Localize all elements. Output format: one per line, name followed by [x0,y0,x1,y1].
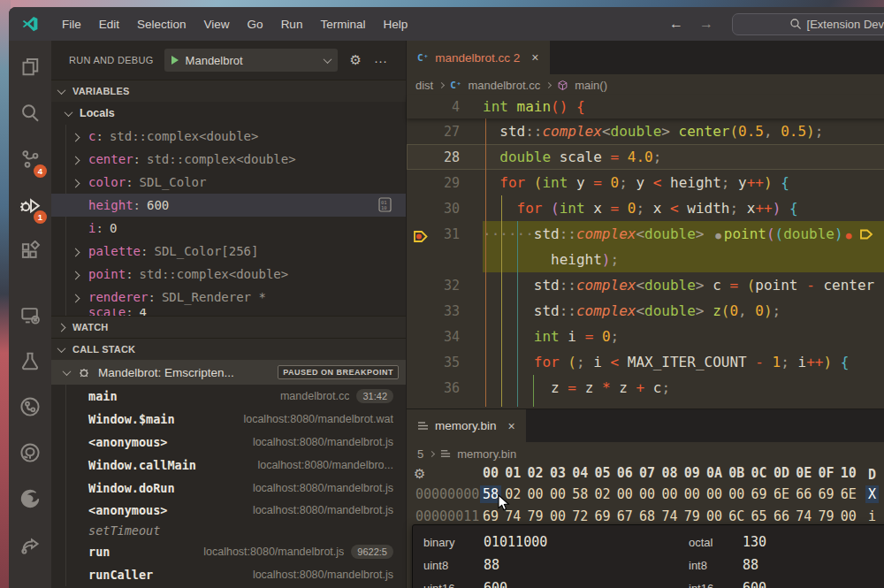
history-back-icon[interactable]: ← [661,16,691,32]
activity-item-git-graph[interactable] [9,386,51,431]
more-actions-icon[interactable]: ··· [374,53,387,68]
hex-byte[interactable]: 65 [751,508,767,524]
hex-byte[interactable]: 6E [841,486,857,502]
code-line[interactable]: 27 std::complex<double> center(0.5, 0.5)… [407,118,884,144]
variable-row[interactable]: point:std::complex<double> [51,263,406,286]
code-line-text[interactable]: int main() { [483,95,585,118]
call-stack-section-header[interactable]: CALL STACK [51,338,406,360]
editor-gutter[interactable] [407,247,483,272]
hex-byte[interactable]: 68 [639,508,655,524]
hex-byte[interactable]: 79 [684,508,700,524]
variable-row[interactable]: color:SDL_Color [51,171,406,194]
hex-byte[interactable]: 69 [751,486,767,502]
menu-go[interactable]: Go [239,14,272,34]
code-line[interactable]: 33 std::complex<double> z(0, 0); [407,298,884,324]
stack-frame-row[interactable]: Window.doRunlocalhost:8080/mandelbrot.js [51,477,406,500]
menu-run[interactable]: Run [272,14,312,34]
code-line-text[interactable]: z = z * z + c; [483,375,884,401]
variable-row[interactable]: scale:4 [51,309,406,316]
code-editor[interactable]: 27 std::complex<double> center(0.5, 0.5)… [407,118,884,409]
code-line-text[interactable]: height); [483,247,884,272]
hex-byte[interactable]: 74 [661,508,677,524]
menu-file[interactable]: File [53,14,90,34]
memory-crumb-index[interactable]: 5 [417,447,423,461]
editor-gutter[interactable]: 30 [407,195,483,221]
hex-byte[interactable]: 67 [617,508,633,524]
hex-byte[interactable]: 00 [684,486,700,502]
stack-frame-row[interactable]: <anonymous>localhost:8080/mandelbrot.js [51,500,406,521]
breadcrumb-item[interactable]: main() [575,79,607,92]
history-forward-icon[interactable]: → [691,16,721,32]
watch-section-header[interactable]: WATCH [51,316,406,338]
editor-gutter[interactable]: 36 [407,375,483,401]
code-line[interactable]: 36 z = z * z + c; [407,375,884,401]
hex-byte[interactable]: 00 [550,486,566,502]
close-icon[interactable]: × [508,419,515,433]
code-line[interactable]: 28 double scale = 4.0; [407,144,884,170]
breadcrumb-item[interactable]: mandelbrot.cc [468,79,540,92]
variable-row[interactable]: c:std::complex<double> [51,125,406,148]
activity-item-remote-explorer[interactable] [9,294,51,340]
editor-gutter[interactable]: 4 [407,95,483,118]
activity-item-run-debug[interactable]: 1 [9,184,51,230]
hex-byte[interactable]: 00 [617,486,633,502]
stack-frame-row[interactable]: Window.$mainlocalhost:8080/mandelbrot.wa… [51,408,406,431]
menu-help[interactable]: Help [374,14,416,34]
breadcrumb-item[interactable]: dist [415,79,433,92]
scope-locals[interactable]: Locals [51,102,406,125]
stack-frame-row[interactable]: <anonymous>localhost:8080/mandelbrot.js [51,431,406,454]
decoded-text[interactable]: X [865,485,879,503]
editor-gutter[interactable]: 32 [407,272,483,298]
binary-view-icon[interactable]: 0110 [378,197,392,215]
code-line[interactable]: 31······std::complex<double> ●point((dou… [407,221,884,247]
editor-gutter[interactable]: 35 [407,349,483,375]
code-line-text[interactable]: ······std::complex<double> ●point((doubl… [483,221,884,247]
activity-item-source-control[interactable]: 4 [9,138,51,184]
variable-row[interactable]: center:std::complex<double> [51,148,406,171]
code-line[interactable]: 35 for (; i < MAX_ITER_COUNT - 1; i++) { [407,349,884,375]
hex-byte[interactable]: 00 [550,508,566,524]
hex-settings-gear-icon[interactable]: ⚙ [414,466,425,482]
editor-gutter[interactable]: 31 [407,221,483,247]
menu-edit[interactable]: Edit [90,14,128,34]
editor-gutter[interactable]: 28 [407,144,483,170]
code-line[interactable]: height); [407,247,884,272]
editor-gutter[interactable]: 27 [407,118,483,144]
stack-frame-row[interactable]: Window.callMainlocalhost:8080/mandelbro.… [51,454,406,477]
debug-session-row[interactable]: Mandelbrot: Emscripten... PAUSED ON BREA… [51,360,406,385]
hex-byte[interactable]: 69 [595,508,611,524]
code-line-text[interactable]: std::complex<double> c = (point - center [483,272,884,298]
hex-byte[interactable]: 79 [819,508,834,524]
hex-byte[interactable]: 00 [639,486,655,502]
code-line-text[interactable]: for (; i < MAX_ITER_COUNT - 1; i++) { [483,349,884,375]
code-line-text[interactable]: for (int y = 0; y < height; y++) { [483,170,884,195]
hex-byte[interactable]: 00 [728,486,744,502]
hex-byte[interactable]: 79 [528,508,544,524]
code-line[interactable]: 29 for (int y = 0; y < height; y++) { [407,170,884,195]
code-line[interactable]: 4int main() { [407,95,585,118]
activity-item-search[interactable] [9,92,51,138]
decoded-text[interactable]: i [868,508,876,524]
activity-item-github[interactable] [9,431,51,477]
variable-row[interactable]: height:6000110 [51,194,406,217]
code-line-text[interactable]: std::complex<double> z(0, 0); [483,298,884,324]
activity-item-test-beaker[interactable] [9,340,51,386]
gear-icon[interactable]: ⚙ [350,52,362,68]
start-debug-icon[interactable] [171,56,179,65]
variable-row[interactable]: palette:SDL_Color[256] [51,240,406,263]
hex-byte[interactable]: 00 [661,486,677,502]
launch-config-dropdown[interactable]: Mandelbrot [164,49,338,72]
memory-crumb-file[interactable]: memory.bin [457,447,516,461]
command-center-search[interactable]: [Extension Developm [732,13,884,35]
activity-item-extensions[interactable] [9,230,51,276]
hex-byte[interactable]: 66 [796,486,812,502]
hex-byte[interactable]: 02 [595,486,611,502]
activity-item-edge-browser[interactable] [9,477,51,523]
hex-byte[interactable]: 00 [706,486,722,502]
hex-byte[interactable]: 00 [841,508,857,524]
menu-view[interactable]: View [195,14,239,34]
stack-frame-row[interactable]: setTimeout [51,521,406,540]
hex-byte[interactable]: 6C [728,508,744,524]
menu-terminal[interactable]: Terminal [311,14,374,34]
menu-selection[interactable]: Selection [128,14,195,34]
